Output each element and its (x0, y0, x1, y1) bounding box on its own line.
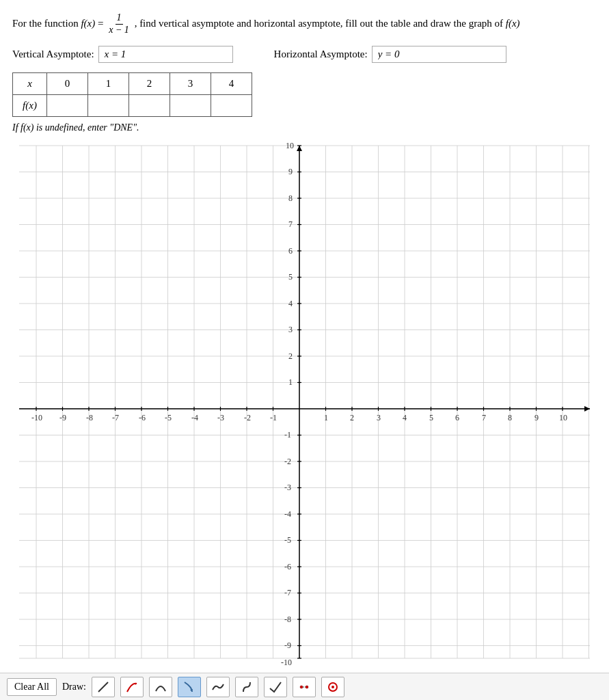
tool-curve-button[interactable] (120, 677, 144, 697)
svg-text:9: 9 (534, 413, 539, 422)
tool-line-button[interactable] (92, 677, 115, 697)
draw-label: Draw: (62, 682, 86, 692)
fx-4-cell (211, 94, 252, 116)
svg-text:1: 1 (288, 377, 293, 387)
svg-text:10: 10 (286, 141, 294, 150)
svg-text:-8: -8 (86, 413, 93, 422)
fx-3-input[interactable] (174, 100, 208, 111)
svg-text:6: 6 (288, 246, 293, 256)
fx-label: f(x) (13, 94, 47, 116)
svg-text:4: 4 (403, 413, 407, 422)
svg-text:3: 3 (377, 413, 381, 422)
horizontal-asymptote-box: Horizontal Asymptote: (274, 46, 506, 63)
svg-text:2: 2 (350, 413, 354, 422)
fx-0-cell (47, 94, 88, 116)
line-icon (96, 680, 110, 694)
svg-point-134 (331, 686, 334, 688)
x-3: 3 (170, 72, 211, 94)
svg-text:-8: -8 (284, 615, 291, 624)
s-curve-icon (240, 680, 254, 694)
horizontal-asymptote-input[interactable] (372, 46, 506, 63)
svg-text:-4: -4 (191, 413, 198, 422)
fx-1-cell (88, 94, 129, 116)
x-row: x 0 1 2 3 4 (13, 72, 252, 94)
values-table: x 0 1 2 3 4 f(x) (12, 72, 252, 117)
graph-svg[interactable]: .grid-line { stroke: #ccc; stroke-width:… (12, 139, 597, 672)
svg-text:-7: -7 (112, 413, 119, 422)
problem-intro: For the function (12, 18, 79, 29)
svg-text:-3: -3 (217, 413, 224, 422)
problem-rest: , find vertical asymptote and horizontal… (135, 18, 503, 29)
equals-sign: = (98, 18, 103, 29)
svg-text:-2: -2 (244, 413, 251, 422)
curve-icon (125, 680, 139, 694)
vertical-asymptote-label: Vertical Asymptote: (12, 49, 94, 60)
x-4: 4 (211, 72, 252, 94)
svg-text:10: 10 (559, 413, 567, 422)
svg-text:9: 9 (288, 167, 293, 176)
fx-0-input[interactable] (51, 100, 85, 111)
fx-4-input[interactable] (215, 100, 249, 111)
svg-text:7: 7 (288, 219, 293, 229)
svg-text:-5: -5 (165, 413, 172, 422)
fx-2-cell (129, 94, 170, 116)
svg-text:-4: -4 (284, 509, 291, 519)
svg-line-127 (98, 682, 108, 692)
svg-text:8: 8 (288, 193, 293, 203)
clear-all-button[interactable]: Clear All (7, 678, 57, 696)
vertical-asymptote-box: Vertical Asymptote: (12, 46, 233, 63)
x-1: 1 (88, 72, 129, 94)
wave-icon (211, 680, 225, 694)
svg-text:-2: -2 (284, 457, 291, 466)
numerator: 1 (116, 12, 123, 25)
arch-icon (154, 680, 167, 694)
svg-text:5: 5 (429, 413, 433, 422)
svg-text:2: 2 (288, 351, 293, 361)
horizontal-asymptote-label: Horizontal Asymptote: (274, 49, 368, 60)
dot-move-icon (297, 680, 311, 694)
tool-scurve-button[interactable] (235, 677, 258, 697)
vertical-asymptote-input[interactable] (98, 46, 233, 63)
asymptote-row: Vertical Asymptote: Horizontal Asymptote… (12, 46, 597, 63)
problem-statement: For the function f(x) = 1 x − 1 , find v… (12, 12, 597, 36)
fx-row: f(x) (13, 94, 252, 116)
check-icon (269, 680, 282, 694)
tool-arch-button[interactable] (149, 677, 172, 697)
tool-wave-button[interactable] (206, 677, 230, 697)
svg-text:-10: -10 (281, 658, 292, 667)
svg-text:3: 3 (288, 325, 293, 334)
fx-1-input[interactable] (92, 100, 126, 111)
toolbar: Clear All Draw: (0, 673, 609, 700)
tool-circle-button[interactable] (321, 677, 344, 697)
graph-of: f(x) (506, 18, 520, 29)
svg-marker-46 (297, 146, 302, 151)
graph-container[interactable]: .grid-line { stroke: #ccc; stroke-width:… (12, 139, 597, 672)
svg-text:7: 7 (482, 413, 486, 422)
svg-point-130 (300, 686, 303, 688)
circle-icon (326, 680, 340, 694)
svg-text:-6: -6 (139, 413, 146, 422)
undefined-note: If f(x) is undefined, enter "DNE". (12, 122, 597, 133)
tool-check-button[interactable] (264, 677, 287, 697)
svg-text:4: 4 (288, 299, 293, 308)
fx-3-cell (170, 94, 211, 116)
tool-dotmove-button[interactable] (293, 677, 316, 697)
fx-2-input[interactable] (133, 100, 167, 111)
svg-text:-5: -5 (284, 535, 291, 545)
svg-text:6: 6 (455, 413, 459, 422)
svg-point-131 (306, 686, 308, 688)
x-label: x (13, 72, 47, 94)
svg-text:-3: -3 (284, 483, 291, 492)
tool-active-button[interactable] (178, 677, 201, 697)
function-name: f(x) (81, 18, 95, 29)
svg-text:8: 8 (508, 413, 512, 422)
svg-text:5: 5 (288, 272, 293, 282)
svg-text:-7: -7 (284, 588, 291, 597)
svg-text:-9: -9 (59, 413, 66, 422)
svg-text:-6: -6 (284, 562, 291, 571)
x-0: 0 (47, 72, 88, 94)
values-table-section: x 0 1 2 3 4 f(x) (12, 72, 597, 117)
svg-text:-1: -1 (270, 413, 277, 422)
svg-text:-1: -1 (284, 430, 291, 440)
curve-right-icon (182, 680, 196, 694)
